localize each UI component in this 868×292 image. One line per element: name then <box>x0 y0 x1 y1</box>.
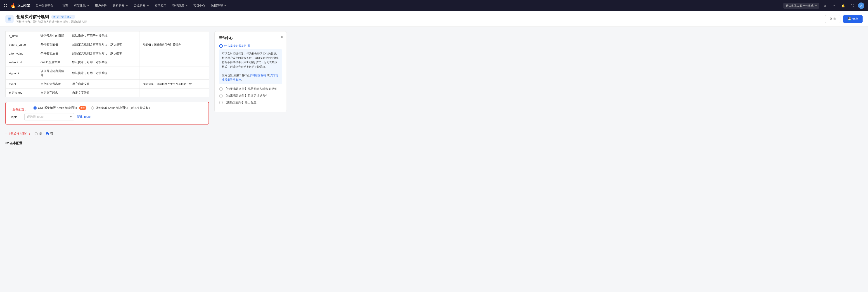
help-link-1[interactable]: 实时新客营销 <box>250 74 266 77</box>
topic-row: Topic 请选择 Topic 新建 Topic <box>10 113 204 120</box>
field-description: 该信号规则所属信号 <box>37 67 69 80</box>
section-02-title: 02.基本配置 <box>5 140 209 147</box>
field-description: 定义的信号名称 <box>37 80 69 88</box>
nav-project[interactable]: 项目中心 <box>191 2 208 9</box>
main-content: p_date 该信号发生的日期 默认携带，可用于对接系统 before_valu… <box>0 27 868 292</box>
page-subject-tag[interactable]: 这个是主体1～ <box>51 15 75 19</box>
help-item-3: 【如果满足条件】且满足过滤条件 <box>219 94 282 98</box>
service-config-label: * 服务配置： <box>10 108 27 112</box>
radio-yes[interactable]: 是 <box>35 132 42 136</box>
table-row: signal_id 该信号规则所属信号 默认携带，可用于对接系统 <box>6 67 209 80</box>
field-description: 条件变动后值 <box>37 49 69 58</box>
top-navigation: 🔥 火山引擎 客户数据平台 首页 标签体系 用户分群 分析洞察 公域洞察 模型应… <box>0 0 868 11</box>
table-row: 自定义key 自定义字段名 自定义字段值 <box>6 88 209 97</box>
field-note: 默认携带，可用于对接系统 <box>69 58 140 67</box>
save-button[interactable]: 💾 保存 <box>843 16 863 23</box>
topic-label: Topic <box>10 115 22 119</box>
cancel-button[interactable]: 取消 <box>825 15 840 23</box>
field-name: 自定义key <box>6 88 37 97</box>
radio-no[interactable]: 否 <box>46 132 53 136</box>
service-config-row: * 服务配置： CDP系统预置 Kafka 消息通知 推荐 外部集群 Kafka… <box>10 106 204 113</box>
help-item-1-title[interactable]: 什么是实时规则引擎 <box>219 44 282 48</box>
page-icon <box>5 15 13 23</box>
table-row: subject_id oneID所属主体 默认携带，可用于对接系统 <box>6 58 209 67</box>
page-header-left: 创建实时信号规则 这个是主体1～ 可根据行为、属性和原有人群进行组合筛选，灵活创… <box>5 14 87 24</box>
nav-model[interactable]: 模型应用 <box>152 2 169 9</box>
radio-cdp[interactable]: CDP系统预置 Kafka 消息通知 推荐 <box>33 106 86 110</box>
topic-select[interactable]: 请选择 Topic <box>24 113 74 120</box>
radio-external[interactable]: 外部集群 Kafka 消息通知（暂不支持鉴权） <box>91 106 152 110</box>
chevron-down-icon <box>126 5 128 6</box>
help-item-2-title[interactable]: 【如果满足条件】配置监听实时数据规则 <box>219 87 282 91</box>
register-event-row: * 注册成行为事件： 是 否 <box>5 129 209 140</box>
field-name: after_value <box>6 49 37 58</box>
table-row: p_date 该信号发生的日期 默认携带，可用于对接系统 <box>6 31 209 40</box>
nav-analysis[interactable]: 分析洞察 <box>110 2 130 9</box>
nav-marketing[interactable]: 营销应用 <box>169 2 190 9</box>
nav-items: 首页 标签体系 用户分群 分析洞察 公域洞察 模型应用 营销应用 项目中心 数据… <box>60 2 782 9</box>
svg-rect-2 <box>4 6 5 7</box>
field-name: before_value <box>6 40 37 49</box>
radio-cdp-dot <box>33 107 37 110</box>
field-dynamic: 固定信息：当前信号产生的所有信息一致 <box>140 80 209 88</box>
help-item-2: 【如果满足条件】配置监听实时数据规则 <box>219 87 282 91</box>
radio-external-dot <box>91 107 94 110</box>
content-area: p_date 该信号发生的日期 默认携带，可用于对接系统 before_valu… <box>5 31 209 287</box>
nav-tags[interactable]: 标签体系 <box>71 2 92 9</box>
workspace-selector[interactable]: 默认集团/1.23一轮集成 <box>783 3 819 9</box>
field-note: 如所定义规则含有前后对比，默认携带 <box>69 40 140 49</box>
user-avatar[interactable]: A <box>858 2 864 9</box>
radio-no-dot <box>46 132 49 135</box>
field-name: subject_id <box>6 58 37 67</box>
help-item-4-title[interactable]: 【则输出信号】输出配置 <box>219 100 282 105</box>
field-note: 用户自定义值 <box>69 80 140 88</box>
logo-text: 火山引擎 <box>18 4 30 8</box>
chevron-down-icon <box>186 5 187 6</box>
page-header-right: 取消 💾 保存 <box>825 15 863 23</box>
field-description: 该信号发生的日期 <box>37 31 69 40</box>
nav-segments[interactable]: 用户分群 <box>92 2 110 9</box>
kafka-option-group: CDP系统预置 Kafka 消息通知 推荐 外部集群 Kafka 消息通知（暂不… <box>33 106 152 110</box>
nav-data[interactable]: 数据管理 <box>208 2 229 9</box>
close-icon[interactable]: × <box>281 35 283 39</box>
help-panel: × 帮助中心 什么是实时规则引擎 可以实时监听标签、行为和分群的变化的数据。根据… <box>214 31 287 112</box>
fullscreen-icon[interactable]: ⛶ <box>849 2 855 9</box>
radio-yes-dot <box>35 132 38 135</box>
field-dynamic <box>140 67 209 80</box>
grid-icon[interactable] <box>4 4 8 8</box>
register-event-label: * 注册成行为事件： <box>5 132 31 136</box>
nav-public[interactable]: 公域洞察 <box>131 2 152 9</box>
save-icon: 💾 <box>848 17 851 21</box>
field-name: p_date <box>6 31 37 40</box>
table-row: event 定义的信号名称 用户自定义值 固定信息：当前信号产生的所有信息一致 <box>6 80 209 88</box>
message-icon[interactable]: ✉ <box>822 2 828 9</box>
platform-name: 客户数据平台 <box>35 4 53 8</box>
help-item-3-title[interactable]: 【如果满足条件】且满足过滤条件 <box>219 94 282 98</box>
chevron-down-icon <box>224 5 226 6</box>
svg-point-9 <box>220 46 221 47</box>
service-config-section: * 服务配置： CDP系统预置 Kafka 消息通知 推荐 外部集群 Kafka… <box>5 102 209 124</box>
help-circle-gray-icon <box>219 94 223 97</box>
chevron-down-icon <box>147 5 149 6</box>
field-dynamic <box>140 58 209 67</box>
help-item-1: 什么是实时规则引擎 可以实时监听标签、行为和分群的变化的数据。根据用户设定的筛选… <box>219 44 282 84</box>
svg-rect-0 <box>4 4 5 5</box>
field-dynamic: 动态值：跟随当前信号计算任务 <box>140 40 209 49</box>
topic-new-link[interactable]: 新建 Topic <box>77 115 90 119</box>
field-note: 默认携带，可用于对接系统 <box>69 31 140 40</box>
field-note: 自定义字段值 <box>69 88 140 97</box>
help-panel-title: 帮助中心 <box>219 36 282 40</box>
page-subtitle: 可根据行为、属性和原有人群进行组合筛选，灵活创建人群 <box>16 20 87 24</box>
help-icon[interactable]: ? <box>831 2 837 9</box>
help-circle-icon <box>219 44 223 48</box>
nav-right: 默认集团/1.23一轮集成 ✉ ? 🔔 ⛶ A <box>783 2 864 9</box>
svg-rect-5 <box>8 18 11 19</box>
nav-home[interactable]: 首页 <box>60 2 71 9</box>
signal-table: p_date 该信号发生的日期 默认携带，可用于对接系统 before_valu… <box>5 31 209 97</box>
table-row: before_value 条件变动前值 如所定义规则含有前后对比，默认携带 动态… <box>6 40 209 49</box>
field-description: 条件变动前值 <box>37 40 69 49</box>
help-content-box-1: 可以实时监听标签、行为和分群的变化的数据。根据用户设定的筛选条件，借助实时规则引… <box>219 49 282 84</box>
help-circle-gray-icon <box>219 87 223 91</box>
notification-icon[interactable]: 🔔 <box>840 2 846 9</box>
logo[interactable]: 🔥 火山引擎 <box>10 3 30 8</box>
